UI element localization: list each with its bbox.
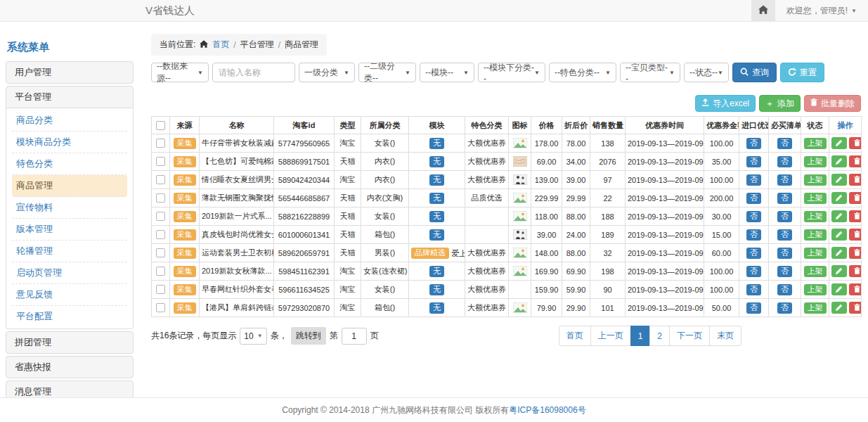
must-buy-badge[interactable]: 否	[777, 174, 792, 186]
sidebar-group[interactable]: 拼团管理	[6, 331, 134, 354]
query-button[interactable]: 查询	[732, 63, 777, 82]
must-buy-badge[interactable]: 否	[777, 138, 792, 149]
status-badge[interactable]: 上架	[804, 284, 827, 295]
row-checkbox[interactable]	[156, 248, 165, 257]
must-buy-badge[interactable]: 否	[777, 211, 792, 222]
import-select-badge[interactable]: 否	[746, 211, 761, 222]
import-select-badge[interactable]: 否	[746, 248, 761, 259]
filter-select[interactable]: --模块--▼	[420, 63, 474, 82]
edit-button[interactable]	[831, 229, 847, 241]
delete-button[interactable]	[849, 302, 862, 314]
row-checkbox[interactable]	[156, 212, 165, 221]
import-select-badge[interactable]: 否	[746, 229, 761, 241]
page-button[interactable]: 2	[649, 326, 670, 346]
delete-button[interactable]	[849, 137, 862, 149]
page-button[interactable]: 上一页	[590, 326, 631, 346]
delete-button[interactable]	[849, 174, 862, 186]
jump-page-input[interactable]	[342, 328, 367, 345]
sidebar-subitem[interactable]: 平台配置	[12, 306, 127, 327]
row-checkbox[interactable]	[156, 139, 165, 148]
user-menu[interactable]: 欢迎您，管理员! ▼	[775, 0, 868, 21]
edit-button[interactable]	[831, 137, 847, 149]
status-badge[interactable]: 上架	[804, 211, 827, 222]
sidebar-subitem[interactable]: 轮播管理	[12, 241, 127, 262]
must-buy-badge[interactable]: 否	[777, 302, 792, 314]
sidebar-subitem[interactable]: 模块商品分类	[12, 132, 127, 153]
edit-button[interactable]	[831, 283, 847, 295]
sidebar-subitem[interactable]: 启动页管理	[12, 262, 127, 284]
sidebar-group[interactable]: 消息管理	[6, 381, 134, 397]
status-badge[interactable]: 上架	[804, 138, 827, 149]
home-nav-button[interactable]	[751, 0, 775, 21]
filter-select[interactable]: --状态--▼	[684, 63, 729, 82]
must-buy-badge[interactable]: 否	[777, 284, 792, 295]
breadcrumb-home-link[interactable]: 首页	[212, 39, 229, 51]
filter-select[interactable]: 一级分类▼	[299, 63, 355, 82]
status-badge[interactable]: 上架	[804, 193, 827, 204]
edit-button[interactable]	[831, 192, 847, 204]
sidebar-subitem[interactable]: 版本管理	[12, 219, 127, 241]
filter-select[interactable]: --二级分类--▼	[358, 63, 416, 82]
delete-button[interactable]	[849, 155, 862, 167]
data-source-select[interactable]: --数据来源--▼	[151, 63, 209, 82]
add-button[interactable]: ＋ 添加	[759, 95, 801, 112]
reset-button[interactable]: 重置	[780, 63, 824, 82]
status-badge[interactable]: 上架	[804, 302, 827, 314]
delete-button[interactable]	[849, 210, 862, 222]
edit-button[interactable]	[831, 302, 847, 314]
must-buy-badge[interactable]: 否	[777, 193, 792, 204]
sidebar-subitem[interactable]: 宣传物料	[12, 197, 127, 219]
delete-button[interactable]	[849, 192, 862, 204]
import-select-badge[interactable]: 否	[746, 138, 761, 149]
row-checkbox[interactable]	[156, 230, 165, 239]
row-checkbox[interactable]	[156, 175, 165, 184]
import-select-badge[interactable]: 否	[746, 284, 761, 295]
import-select-badge[interactable]: 否	[746, 193, 761, 204]
import-select-badge[interactable]: 否	[746, 174, 761, 186]
must-buy-badge[interactable]: 否	[777, 248, 792, 259]
row-checkbox[interactable]	[156, 157, 165, 166]
page-button[interactable]: 末页	[709, 326, 741, 346]
must-buy-badge[interactable]: 否	[777, 229, 792, 241]
sidebar-group[interactable]: 平台管理	[6, 86, 134, 108]
row-checkbox[interactable]	[156, 267, 165, 276]
status-badge[interactable]: 上架	[804, 248, 827, 259]
row-checkbox[interactable]	[156, 303, 165, 312]
name-search-input[interactable]	[212, 63, 295, 82]
filter-select[interactable]: --宝贝类型--▼	[620, 63, 680, 82]
jump-to-button[interactable]: 跳转到	[291, 327, 326, 345]
filter-select[interactable]: --模块下分类--▼	[478, 63, 545, 82]
must-buy-badge[interactable]: 否	[777, 266, 792, 277]
import-select-badge[interactable]: 否	[746, 302, 761, 314]
icp-link[interactable]: 粤ICP备16098006号	[509, 404, 585, 416]
filter-select[interactable]: --特色分类--▼	[549, 63, 616, 82]
status-badge[interactable]: 上架	[804, 229, 827, 241]
page-button[interactable]: 首页	[559, 326, 591, 346]
delete-button[interactable]	[849, 265, 862, 277]
import-select-badge[interactable]: 否	[746, 156, 761, 167]
sidebar-subitem[interactable]: 商品管理	[12, 175, 127, 197]
import-excel-button[interactable]: 导入excel	[695, 95, 756, 112]
edit-button[interactable]	[831, 210, 847, 222]
sidebar-subitem[interactable]: 特色分类	[12, 153, 127, 175]
sidebar-group[interactable]: 用户管理	[6, 61, 134, 84]
row-checkbox[interactable]	[156, 285, 165, 294]
edit-button[interactable]	[831, 174, 847, 186]
page-button[interactable]: 下一页	[669, 326, 710, 346]
row-checkbox[interactable]	[156, 193, 165, 203]
must-buy-badge[interactable]: 否	[777, 156, 792, 167]
status-badge[interactable]: 上架	[804, 174, 827, 186]
status-badge[interactable]: 上架	[804, 156, 827, 167]
page-button[interactable]: 1	[630, 326, 651, 346]
batch-delete-button[interactable]: 批量删除	[804, 95, 861, 112]
sidebar-subitem[interactable]: 商品分类	[12, 110, 127, 132]
status-badge[interactable]: 上架	[804, 266, 827, 277]
edit-button[interactable]	[831, 265, 847, 277]
delete-button[interactable]	[849, 229, 862, 241]
sidebar-subitem[interactable]: 意见反馈	[12, 284, 127, 306]
select-all-checkbox[interactable]	[156, 121, 165, 130]
delete-button[interactable]	[849, 247, 862, 259]
edit-button[interactable]	[831, 155, 847, 167]
delete-button[interactable]	[849, 283, 862, 295]
edit-button[interactable]	[831, 247, 847, 259]
